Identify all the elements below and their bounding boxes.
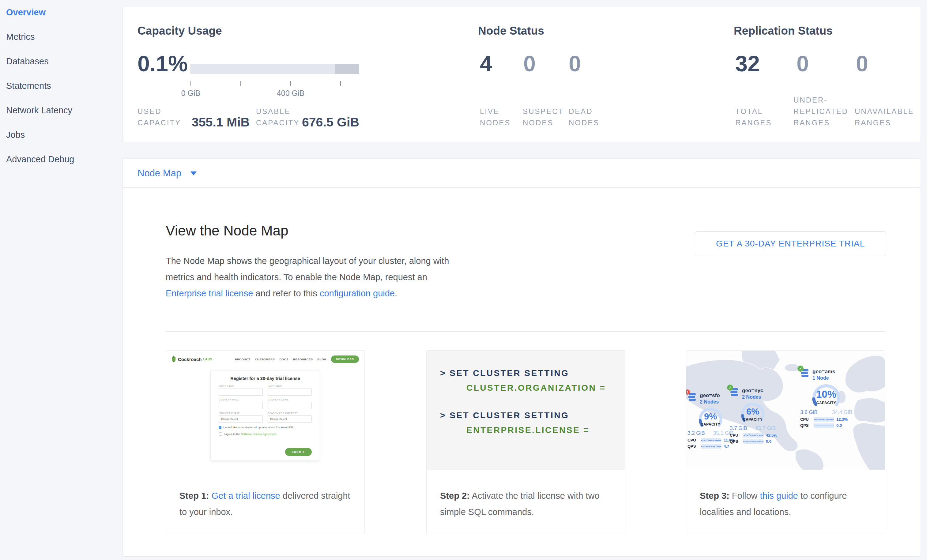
sidebar-item-label: Statements bbox=[6, 81, 51, 91]
mini-form-grid: FIRST NAME LAST NAME COMPANY NAME COMPAN… bbox=[219, 385, 312, 422]
get-trial-license-link[interactable]: Get a trial license bbox=[211, 491, 280, 501]
unavailable-value: 0 bbox=[856, 53, 868, 75]
step1-caption: Step 1:Get a trial license delivered str… bbox=[166, 470, 365, 520]
locality-nyc: ✓ geo=nyc 2 Nodes 6% CAPACITY 3.7 GiB 65… bbox=[730, 387, 784, 444]
capacity-bar-other-segment bbox=[335, 64, 359, 74]
capacity-gauge: 6% CAPACITY bbox=[730, 401, 776, 425]
used-gib: 3.2 GiB bbox=[687, 430, 705, 436]
sidebar-item-advanced-debug[interactable]: Advanced Debug bbox=[0, 147, 123, 171]
used-gib: 3.6 GiB bbox=[800, 409, 818, 416]
sidebar-item-metrics[interactable]: Metrics bbox=[0, 24, 123, 49]
node-map-dropdown[interactable]: Node Map bbox=[137, 159, 197, 188]
sidebar-item-databases[interactable]: Databases bbox=[0, 49, 123, 73]
node-status-title: Node Status bbox=[478, 24, 544, 37]
sidebar-item-network-latency[interactable]: Network Latency bbox=[0, 98, 123, 123]
this-guide-link[interactable]: this guide bbox=[760, 491, 798, 501]
axis-label-0: 0 GiB bbox=[172, 89, 209, 98]
mini-field-label: COMPANY NAME bbox=[219, 398, 263, 401]
sql-arg-line: ENTERPRISE.LICENSE = bbox=[467, 425, 625, 435]
enterprise-trial-license-link[interactable]: Enterprise trial license bbox=[166, 288, 253, 298]
suspect-nodes-value: 0 bbox=[523, 53, 536, 75]
used-gib: 3.7 GiB bbox=[730, 425, 747, 431]
mini-field-input bbox=[219, 402, 263, 409]
qps-row: QPS 0.0 bbox=[800, 423, 854, 428]
cpu-row: CPU 42.5% bbox=[730, 433, 784, 437]
mini-field-input bbox=[219, 389, 263, 396]
locality-marker: ✓ geo=ams 1 Node bbox=[800, 368, 854, 381]
cpu-value: 42.5% bbox=[766, 433, 777, 437]
mini-checkbox-row: I agree to the Software License Agreemen… bbox=[219, 433, 312, 436]
cpu-value: 12.3% bbox=[836, 417, 848, 422]
qps-row: QPS 0.0 bbox=[730, 439, 784, 444]
registration-screenshot: Cockroach LABS PRODUCT CUSTOMERS DOCS RE… bbox=[166, 351, 365, 470]
capacity-label: CAPACITY bbox=[800, 401, 852, 405]
step-label: Step 3: bbox=[700, 491, 729, 501]
usable-capacity-value: 676.5 GiB bbox=[302, 115, 359, 129]
section-divider bbox=[166, 331, 885, 332]
mini-submit-button: SUBMIT bbox=[285, 448, 312, 456]
description-text: The Node Map shows the geographical layo… bbox=[166, 256, 449, 282]
mini-field-label: LAST NAME bbox=[267, 385, 312, 388]
total-ranges-value: 32 bbox=[735, 53, 760, 75]
mini-field-select: Please Select bbox=[267, 416, 312, 422]
locality-node-count: 2 Nodes bbox=[700, 399, 720, 405]
used-capacity-value: 355.1 MiB bbox=[192, 115, 249, 129]
mini-checkbox-text: I agree to the Software License Agreemen… bbox=[224, 433, 277, 436]
capacity-range: 3.7 GiB 65.7 GiB bbox=[730, 425, 776, 431]
locality-info: geo=sfo 2 Nodes bbox=[700, 392, 720, 405]
step-label: Step 1: bbox=[179, 491, 209, 501]
qps-label: QPS bbox=[800, 423, 811, 428]
node-map-preview: ! geo=sfo 2 Nodes 9% CAPACITY 3.2 GiB 35… bbox=[686, 351, 885, 470]
mini-field: COMPANY NAME bbox=[219, 398, 263, 409]
sidebar-item-label: Advanced Debug bbox=[6, 154, 74, 164]
cpu-row: CPU 12.3% bbox=[800, 417, 854, 422]
sidebar-item-label: Metrics bbox=[6, 32, 35, 42]
capacity-gauge: 10% CAPACITY bbox=[800, 382, 852, 409]
capacity-label: CAPACITY bbox=[687, 422, 734, 426]
mini-nav-item: RESOURCES bbox=[293, 358, 313, 361]
sidebar-item-statements[interactable]: Statements bbox=[0, 73, 123, 98]
qps-sparkline bbox=[701, 444, 721, 449]
mini-checkbox-row: ✓I would like to receive email updates a… bbox=[219, 426, 312, 429]
cpu-sparkline bbox=[814, 417, 834, 422]
qps-row: QPS 4.7 bbox=[687, 444, 742, 449]
page-title: View the Node Map bbox=[166, 222, 289, 239]
axis-tick bbox=[290, 81, 291, 86]
mini-field: REASON FOR INTERESTPlease Select bbox=[267, 412, 312, 422]
mini-field-input bbox=[267, 402, 312, 409]
locality-marker: ✓ geo=nyc 2 Nodes bbox=[730, 387, 784, 400]
sql-snippet: > SET CLUSTER SETTING CLUSTER.ORGANIZATI… bbox=[427, 351, 625, 470]
dead-nodes-value: 0 bbox=[569, 53, 581, 75]
mini-checkbox-text: I would like to receive email updates ab… bbox=[223, 426, 294, 429]
mini-nav-item: DOCS bbox=[279, 358, 288, 361]
description-text: and refer to this bbox=[253, 288, 320, 298]
mini-field-select: Please Select bbox=[219, 416, 263, 422]
live-nodes-value: 4 bbox=[480, 53, 492, 75]
sidebar-item-label: Databases bbox=[6, 56, 49, 67]
mini-field-label: FIRST NAME bbox=[219, 385, 263, 388]
replication-status-title: Replication Status bbox=[734, 24, 833, 37]
unchecked-checkbox-icon bbox=[219, 433, 222, 436]
qps-label: QPS bbox=[730, 439, 741, 444]
qps-label: QPS bbox=[687, 444, 699, 449]
mini-field-input bbox=[267, 389, 312, 396]
sidebar-item-overview[interactable]: Overview bbox=[0, 0, 123, 24]
mini-field: FIRST NAME bbox=[219, 385, 263, 396]
node-map-dropdown-label: Node Map bbox=[137, 168, 181, 179]
locality-name: geo=sfo bbox=[700, 392, 720, 399]
get-enterprise-trial-button[interactable]: GET A 30-DAY ENTERPRISE TRIAL bbox=[695, 231, 886, 256]
spacer bbox=[440, 393, 625, 411]
capacity-percent: 0.1% bbox=[137, 53, 188, 75]
locality-node-count: 2 Nodes bbox=[742, 394, 763, 400]
step2-caption: Step 2: Activate the trial license with … bbox=[427, 470, 625, 520]
configuration-guide-link[interactable]: configuration guide bbox=[320, 288, 395, 298]
qps-sparkline bbox=[814, 423, 834, 428]
mini-site-header: Cockroach LABS PRODUCT CUSTOMERS DOCS RE… bbox=[172, 354, 359, 365]
sidebar-item-jobs[interactable]: Jobs bbox=[0, 123, 123, 147]
qps-sparkline bbox=[743, 439, 763, 444]
step3-card: ! geo=sfo 2 Nodes 9% CAPACITY 3.2 GiB 35… bbox=[686, 350, 885, 534]
mini-checkbox-text: I agree to the bbox=[224, 433, 241, 436]
mini-site-nav: PRODUCT CUSTOMERS DOCS RESOURCES BLOG bbox=[235, 358, 327, 361]
axis-label-400: 400 GiB bbox=[272, 89, 309, 98]
capacity-percent: 9% bbox=[687, 411, 734, 422]
